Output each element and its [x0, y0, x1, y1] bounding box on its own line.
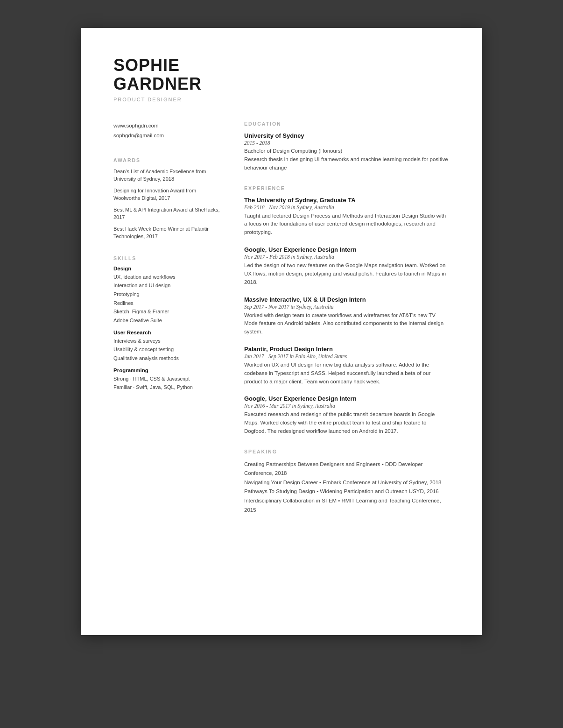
full-name: SOPHIE GARDNER [113, 56, 450, 93]
edu-dates: 2015 - 2018 [244, 140, 450, 146]
education-section: EDUCATION University of Sydney 2015 - 20… [244, 121, 450, 172]
skill-item-design-4: Redlines [113, 299, 221, 308]
exp-dates-5: Nov 2016 - Mar 2017 in Sydney, Australia [244, 403, 450, 409]
body-columns: www.sophgdn.com sophgdn@gmail.com AWARDS… [113, 121, 450, 528]
contact-section: www.sophgdn.com sophgdn@gmail.com [113, 121, 221, 140]
exp-desc-3: Worked with design team to create workfl… [244, 311, 450, 336]
exp-desc-5: Executed research and redesign of the pu… [244, 410, 450, 435]
skill-item-design-2: Interaction and UI design [113, 281, 221, 290]
email: sophgdn@gmail.com [113, 131, 221, 141]
exp-dates-2: Nov 2017 - Feb 2018 in Sydney, Australia [244, 254, 450, 260]
exp-item-2: Google, User Experience Design Intern No… [244, 246, 450, 286]
exp-desc-2: Led the design of two new features on th… [244, 262, 450, 286]
last-name: GARDNER [113, 74, 202, 93]
skill-item-design-6: Adobe Creative Suite [113, 316, 221, 325]
award-item-3: Best ML & API Integration Award at SheHa… [113, 206, 221, 221]
skills-section: SKILLS Design UX, ideation and workflows… [113, 255, 221, 392]
skill-item-prog-1: Strong · HTML, CSS & Javascript [113, 375, 221, 383]
award-item-1: Dean's List of Academic Excellence from … [113, 168, 221, 183]
job-title: PRODUCT DESIGNER [113, 97, 450, 102]
speaking-section: SPEAKING Creating Partnerships Between D… [244, 449, 450, 515]
edu-description: Research thesis in designing UI framewor… [244, 155, 450, 172]
exp-item-1: The University of Sydney, Graduate TA Fe… [244, 197, 450, 237]
website: www.sophgdn.com [113, 121, 221, 131]
exp-company-4: Palantir, Product Design Intern [244, 346, 450, 353]
skill-item-research-3: Qualitative analysis methods [113, 354, 221, 363]
exp-dates-3: Sep 2017 - Nov 2017 in Sydney, Australia [244, 304, 450, 310]
awards-label: AWARDS [113, 157, 221, 163]
skill-item-research-2: Usability & concept testing [113, 345, 221, 354]
speaking-item-1: Creating Partnerships Between Designers … [244, 460, 450, 478]
exp-item-4: Palantir, Product Design Intern Jun 2017… [244, 346, 450, 386]
edu-institution-name: University of Sydney [244, 132, 450, 139]
awards-section: AWARDS Dean's List of Academic Excellenc… [113, 157, 221, 240]
exp-desc-4: Worked on UX and UI design for new big d… [244, 361, 450, 386]
skills-label: SKILLS [113, 255, 221, 261]
skill-category-programming: Programming [113, 368, 221, 373]
skill-item-design-5: Sketch, Figma & Framer [113, 307, 221, 316]
exp-dates-4: Jun 2017 - Sep 2017 in Palo Alto, United… [244, 353, 450, 359]
education-label: EDUCATION [244, 121, 450, 127]
experience-label: EXPERIENCE [244, 185, 450, 191]
experience-section: EXPERIENCE The University of Sydney, Gra… [244, 185, 450, 436]
first-name: SOPHIE [113, 56, 180, 75]
skill-category-design: Design [113, 266, 221, 271]
skill-item-design-1: UX, ideation and workflows [113, 273, 221, 282]
exp-desc-1: Taught and lectured Design Process and M… [244, 212, 450, 237]
exp-company-2: Google, User Experience Design Intern [244, 246, 450, 253]
speaking-item-3: Pathways To Studying Design • Widening P… [244, 487, 450, 496]
skill-item-design-3: Prototyping [113, 290, 221, 299]
exp-item-3: Massive Interactive, UX & UI Design Inte… [244, 296, 450, 336]
exp-company-5: Google, User Experience Design Intern [244, 395, 450, 402]
resume-page: SOPHIE GARDNER PRODUCT DESIGNER www.soph… [81, 28, 482, 635]
speaking-item-2: Navigating Your Design Career • Embark C… [244, 478, 450, 488]
edu-degree: Bachelor of Design Computing (Honours) [244, 147, 450, 155]
exp-dates-1: Feb 2018 - Nov 2019 in Sydney, Australia [244, 205, 450, 210]
left-column: www.sophgdn.com sophgdn@gmail.com AWARDS… [113, 121, 235, 528]
award-item-2: Designing for Innovation Award from Wool… [113, 187, 221, 202]
header-section: SOPHIE GARDNER PRODUCT DESIGNER [113, 56, 450, 102]
right-column: EDUCATION University of Sydney 2015 - 20… [235, 121, 450, 528]
exp-item-5: Google, User Experience Design Intern No… [244, 395, 450, 435]
award-item-4: Best Hack Week Demo Winner at Palantir T… [113, 225, 221, 240]
exp-company-1: The University of Sydney, Graduate TA [244, 197, 450, 204]
skill-item-research-1: Interviews & surveys [113, 337, 221, 346]
exp-company-3: Massive Interactive, UX & UI Design Inte… [244, 296, 450, 303]
speaking-label: SPEAKING [244, 449, 450, 454]
skill-item-prog-2: Familiar · Swift, Java, SQL, Python [113, 383, 221, 392]
speaking-item-4: Interdisciplinary Collaboration in STEM … [244, 496, 450, 515]
skill-category-research: User Research [113, 330, 221, 335]
